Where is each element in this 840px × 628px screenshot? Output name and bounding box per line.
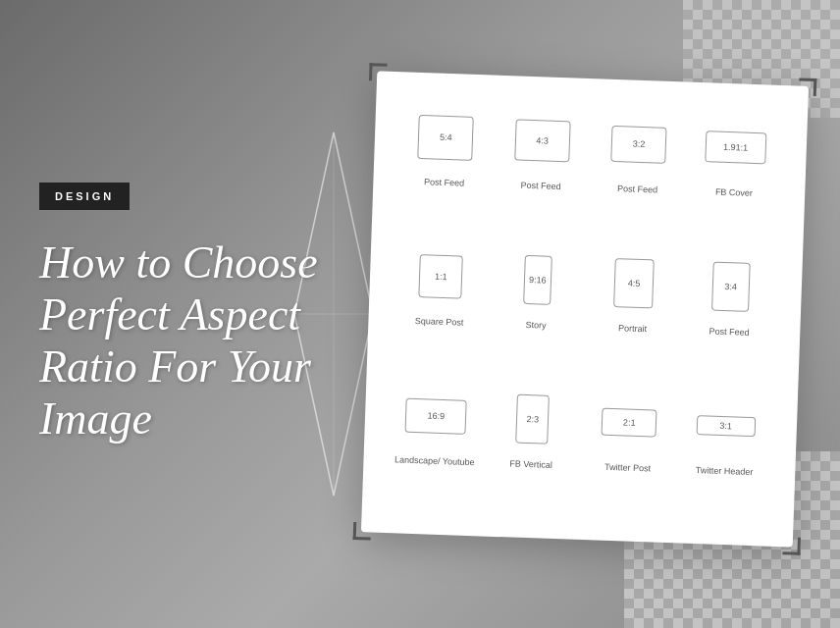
aspect-item-6: 4:5Portrait	[588, 247, 679, 374]
aspect-ratio-label-3: 1.91:1	[723, 142, 748, 153]
aspect-ratio-card: 5:4Post Feed4:3Post Feed3:2Post Feed1.91…	[361, 71, 809, 547]
aspect-box-wrapper-9: 2:3	[493, 384, 573, 455]
aspect-box-0: 5:4	[418, 114, 475, 160]
aspect-item-8: 16:9Landscape/ Youtube	[390, 380, 481, 506]
aspect-box-wrapper-1: 4:3	[502, 105, 583, 177]
left-panel: DESIGN How to Choose Perfect Aspect Rati…	[0, 0, 373, 628]
aspect-ratio-label-11: 3:1	[719, 421, 732, 431]
aspect-box-10: 2:1	[602, 408, 657, 438]
aspect-item-0: 5:4Post Feed	[399, 101, 491, 228]
aspect-ratio-label-4: 1:1	[435, 272, 447, 282]
aspect-box-wrapper-7: 3:4	[690, 251, 770, 323]
aspect-item-11: 3:1Twitter Header	[679, 391, 770, 517]
aspect-box-wrapper-2: 3:2	[599, 108, 679, 180]
aspect-name-5: Story	[525, 320, 546, 332]
aspect-box-wrapper-11: 3:1	[685, 391, 765, 462]
aspect-box-11: 3:1	[696, 415, 756, 437]
aspect-box-4: 1:1	[419, 254, 464, 299]
aspect-box-6: 4:5	[613, 258, 655, 308]
aspect-box-wrapper-6: 4:5	[594, 247, 674, 319]
aspect-name-8: Landscape/ Youtube	[394, 454, 475, 469]
aspect-item-5: 9:16Story	[491, 244, 582, 371]
bracket-bl	[353, 522, 372, 541]
aspect-box-wrapper-0: 5:4	[405, 102, 486, 174]
bracket-br	[782, 537, 801, 555]
aspect-ratio-label-8: 16:9	[427, 410, 445, 421]
aspect-item-3: 1.91:1FB Cover	[689, 112, 780, 238]
aspect-name-9: FB Vertical	[509, 458, 552, 471]
aspect-ratio-label-1: 4:3	[536, 135, 549, 145]
aspect-ratio-label-2: 3:2	[633, 139, 646, 149]
aspect-name-1: Post Feed	[520, 181, 560, 193]
aspect-box-5: 9:16	[523, 255, 552, 305]
aspect-ratio-label-5: 9:16	[529, 275, 547, 286]
aspect-name-4: Square Post	[415, 316, 464, 329]
aspect-ratio-label-7: 3:4	[724, 282, 737, 291]
aspect-box-wrapper-5: 9:16	[498, 244, 578, 316]
aspect-ratio-label-10: 2:1	[623, 417, 636, 427]
aspect-name-6: Portrait	[618, 323, 647, 336]
aspect-box-wrapper-8: 16:9	[395, 380, 476, 451]
aspect-ratio-label-9: 2:3	[526, 414, 539, 424]
aspect-name-0: Post Feed	[424, 177, 464, 189]
aspect-box-wrapper-4: 1:1	[400, 240, 481, 312]
aspect-box-7: 3:4	[711, 262, 751, 312]
aspect-box-9: 2:3	[515, 394, 550, 445]
aspect-box-wrapper-10: 2:1	[589, 387, 669, 458]
aspect-box-2: 3:2	[611, 125, 667, 163]
aspect-name-3: FB Cover	[715, 187, 753, 200]
aspect-name-11: Twitter Header	[696, 465, 754, 479]
aspect-ratio-label-6: 4:5	[628, 279, 641, 288]
aspect-item-2: 3:2Post Feed	[593, 108, 684, 235]
aspect-item-4: 1:1Square Post	[394, 240, 486, 367]
aspect-item-10: 2:1Twitter Post	[583, 387, 674, 513]
aspect-box-1: 4:3	[514, 119, 570, 162]
aspect-box-3: 1.91:1	[705, 131, 766, 164]
aspect-name-7: Post Feed	[709, 326, 749, 339]
bracket-tr	[799, 78, 817, 96]
aspect-box-wrapper-3: 1.91:1	[695, 112, 775, 183]
aspect-item-9: 2:3FB Vertical	[486, 384, 577, 510]
aspect-name-2: Post Feed	[617, 183, 657, 196]
aspect-item-1: 4:3Post Feed	[496, 105, 587, 232]
category-badge: DESIGN	[39, 183, 130, 210]
aspect-box-8: 16:9	[405, 397, 467, 434]
aspect-name-10: Twitter Post	[604, 462, 651, 475]
aspect-item-7: 3:4Post Feed	[684, 251, 775, 378]
aspect-ratio-label-0: 5:4	[440, 132, 452, 142]
main-title: How to Choose Perfect Aspect Ratio For Y…	[39, 237, 334, 445]
bracket-tl	[369, 63, 388, 81]
